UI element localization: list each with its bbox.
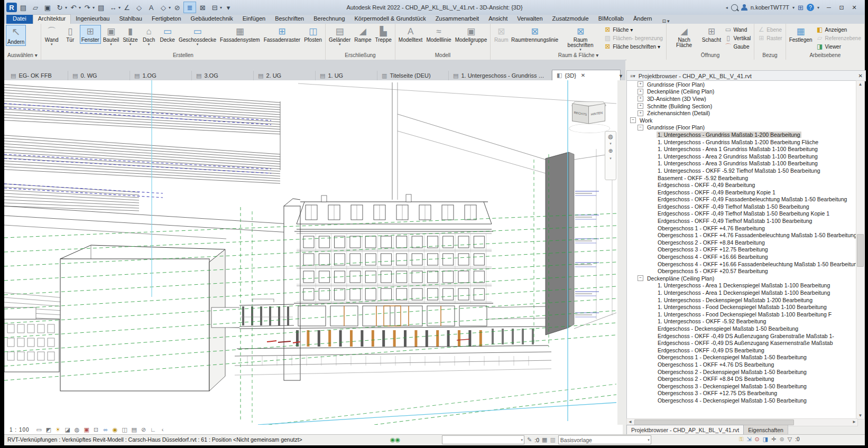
- tree-item[interactable]: +3D-Ansichten (3D View): [627, 95, 857, 102]
- tree-item[interactable]: Obergeschoss 4 - OKFF +16.66 Bearbeitung: [627, 253, 857, 260]
- tree-item[interactable]: +Zeichenansichten (Detail): [627, 109, 857, 117]
- festlegen-button[interactable]: ▦Festlegen: [788, 25, 814, 44]
- tree-item[interactable]: 1. Untergeschoss - Deckenspiegel Maßstab…: [627, 296, 857, 304]
- open-file-icon[interactable]: ▱: [30, 2, 41, 13]
- default-3d-view-icon[interactable]: ◇: [158, 2, 169, 13]
- revit-logo[interactable]: R: [6, 3, 17, 12]
- ribbon-tab-ingenieurbau[interactable]: Ingenieurbau: [71, 15, 114, 24]
- view-tab-6[interactable]: ▤1. UG: [316, 71, 377, 80]
- restore-button[interactable]: ⊡: [835, 2, 848, 13]
- view-tab-1[interactable]: ▤EG- OK FFB: [6, 71, 68, 80]
- design-options-dialog-icon[interactable]: ▥: [550, 436, 555, 443]
- switch-windows-icon[interactable]: ⊟: [209, 2, 220, 13]
- collapse-icon[interactable]: ‹: [159, 426, 167, 434]
- tree-item[interactable]: Erdgeschoss - OKFF -0,49 Bearbeitung: [627, 181, 857, 189]
- fassadenraster-button[interactable]: ⊞Fassadenraster: [262, 25, 302, 44]
- user-menu-chevron-icon[interactable]: ▾: [792, 5, 795, 10]
- temporary-view-properties-icon[interactable]: ▤: [130, 426, 138, 434]
- app-store-icon[interactable]: ⊞: [798, 4, 804, 12]
- dropdown-chevron-icon[interactable]: ▾: [579, 48, 581, 51]
- select-pinned-elements-icon[interactable]: ⊙: [755, 436, 760, 443]
- ribbon-tab-körpermodell-grundstück[interactable]: Körpermodell & Grundstück: [350, 15, 431, 24]
- treppe-button[interactable]: ▙Treppe: [373, 25, 393, 44]
- view-cube[interactable]: RECHTS HINTEN: [571, 99, 608, 134]
- view-tab-5[interactable]: ▤2. UG: [254, 71, 316, 80]
- decke-button[interactable]: ▭Decke: [159, 25, 177, 44]
- sync-with-central-icon-chevron[interactable]: ▾: [65, 5, 67, 10]
- tree-item[interactable]: −Deckenpläne (Ceiling Plan): [627, 275, 857, 282]
- vertikal-button[interactable]: ▯Vertikal: [723, 34, 752, 42]
- thin-lines-icon[interactable]: ≣: [183, 2, 196, 13]
- fenster-button[interactable]: ⊞Fenster: [80, 25, 101, 44]
- steering-wheel-icon[interactable]: ◍: [608, 133, 613, 139]
- tree-item[interactable]: Obergeschoss 1 - OKFF +4.76 DS Bearbeitu…: [627, 361, 857, 368]
- project-browser-header[interactable]: ≡▾ Projektbrowser - CHD_AP_KL_BL_V_41.rv…: [626, 70, 866, 81]
- pfosten-button[interactable]: ◫Pfosten: [302, 25, 324, 44]
- rampe-button[interactable]: ◢Rampe: [353, 25, 373, 44]
- tree-item[interactable]: −Grundrisse (Floor Plan): [627, 124, 857, 132]
- qat-customize-icon[interactable]: ▾: [223, 2, 234, 13]
- tree-item[interactable]: Obergeschoss 2 - Deckenspiegel Maßstab 1…: [627, 368, 857, 376]
- dropdown-chevron-icon[interactable]: ▾: [658, 44, 660, 50]
- visual-style-icon[interactable]: ◩: [44, 426, 53, 434]
- tree-item[interactable]: Obergeschoss 1 - OKFF +4.76 Bearbeitung: [627, 225, 857, 232]
- rendering-icon[interactable]: ◍: [73, 426, 81, 434]
- filter-icon[interactable]: ▽: [788, 436, 792, 443]
- tree-item[interactable]: Erdgeschoss - OKFF -0,49 DS Außenzugang …: [627, 339, 857, 347]
- view-tab-4[interactable]: ▤3.OG: [192, 71, 254, 80]
- tree-item[interactable]: Erdgeschoss - OKFF -0,49 DS Bearbeitung: [627, 347, 857, 354]
- wand-button[interactable]: ⌒Wand▾: [43, 25, 61, 47]
- aligned-dimension-icon[interactable]: ∠: [121, 2, 133, 13]
- sun-path-icon[interactable]: ☀: [54, 426, 62, 434]
- design-option-dropdown[interactable]: Basisvorlage▾: [558, 435, 651, 444]
- view-tab-8[interactable]: ▤1. Untergeschoss - Grundriss Maßs...: [449, 71, 552, 80]
- ribbon-tab-einfügen[interactable]: Einfügen: [238, 15, 270, 24]
- temporary-hide-isolate-icon[interactable]: ∞: [101, 426, 110, 434]
- redo-icon[interactable]: ↷: [81, 2, 93, 13]
- tree-item[interactable]: Obergeschoss 1 - Deckenspiegel Maßstab 1…: [627, 354, 857, 361]
- tree-item[interactable]: Erdgeschoss - OKFF -0,49 Tiefhof Maßstab…: [627, 210, 857, 218]
- tree-item[interactable]: Erdgeschoss - OKFF -0,49 Tiefhof Maßstab…: [627, 203, 857, 210]
- tab-project-browser[interactable]: Projektbrowser - CHD_AP_KL_BL_V_41.rvt: [626, 425, 744, 434]
- viewcube-compass[interactable]: [569, 124, 610, 133]
- tree-item[interactable]: Obergeschoss 5 - OKFF +20.57 Bearbeitung: [627, 267, 857, 275]
- tree-item[interactable]: Obergeschoss 3 - Deckenspiegel Maßstab 1…: [627, 382, 857, 390]
- steering-wheel-chevron-icon[interactable]: ▾: [610, 141, 612, 147]
- dropdown-chevron-icon[interactable]: ▾: [197, 43, 199, 46]
- switch-windows-icon-chevron[interactable]: ▾: [220, 5, 222, 10]
- ribbon-tab-stahlbau[interactable]: Stahlbau: [115, 15, 147, 24]
- editing-requests-icon[interactable]: ✎: [527, 436, 532, 443]
- tree-item[interactable]: Erdgeschoss - OKFF -0,49 Fassadenbeleuch…: [627, 196, 857, 203]
- sync-with-central-icon[interactable]: ↻: [54, 2, 66, 13]
- tree-item[interactable]: 1. Untergeschoss - Grundriss Maßstab 1-2…: [627, 138, 857, 146]
- settings-icon[interactable]: ⊛: [779, 436, 784, 443]
- default-3d-view-icon-chevron[interactable]: ▾: [169, 5, 171, 10]
- tree-item[interactable]: Obergeschoss 4 - OKFF +16.66 Fassadenbel…: [627, 260, 857, 268]
- close-view-icon[interactable]: ✕: [581, 72, 585, 78]
- ribbon-tab-gebäudetechnik[interactable]: Gebäudetechnik: [186, 15, 238, 24]
- save-icon[interactable]: ▣: [42, 2, 53, 13]
- tree-item[interactable]: −Work: [627, 117, 857, 124]
- signed-in-user[interactable]: n.koberTWT7T: [751, 4, 789, 11]
- viewer-button[interactable]: ◨Viewer: [815, 42, 863, 51]
- ribbon-tab-architektur[interactable]: Architektur: [33, 14, 71, 24]
- tree-item[interactable]: 1. Untergeschoss - Food Deckenspiegel Ma…: [627, 311, 857, 318]
- minimize-button[interactable]: ─: [823, 2, 835, 13]
- close-button[interactable]: ✕: [848, 2, 861, 13]
- measure-icon-chevron[interactable]: ▾: [118, 5, 121, 10]
- search-icon[interactable]: [731, 4, 738, 11]
- view-tab-2[interactable]: ▤0. WG: [68, 71, 130, 80]
- tree-item[interactable]: Erdgeschoss - OKFF -0,49 Tiefhof Maßstab…: [627, 217, 857, 225]
- navigation-bar[interactable]: ◍ ▾ ⊕ ▾: [605, 131, 616, 180]
- show-crop-region-icon[interactable]: ⊡: [92, 426, 100, 434]
- tree-item[interactable]: 1. Untergeschoss - OKFF -5.92 Bearbeitun…: [627, 318, 857, 325]
- dropdown-chevron-icon[interactable]: ▾: [51, 43, 53, 46]
- model-3d-view[interactable]: [4, 80, 617, 425]
- worksharing-display-icon[interactable]: ◫: [121, 426, 129, 434]
- modelllinie-button[interactable]: ≈Modelllinie: [424, 25, 453, 44]
- fassadensystem-button[interactable]: ▦Fassadensystem: [218, 25, 262, 44]
- collapse-icon[interactable]: −: [630, 117, 636, 123]
- tree-item[interactable]: 1. Untergeschoss - OKFF -5.92 Tiefhof Ma…: [627, 167, 857, 174]
- ribbon-tab-datei[interactable]: Datei: [6, 15, 33, 24]
- text-icon[interactable]: A: [145, 2, 157, 13]
